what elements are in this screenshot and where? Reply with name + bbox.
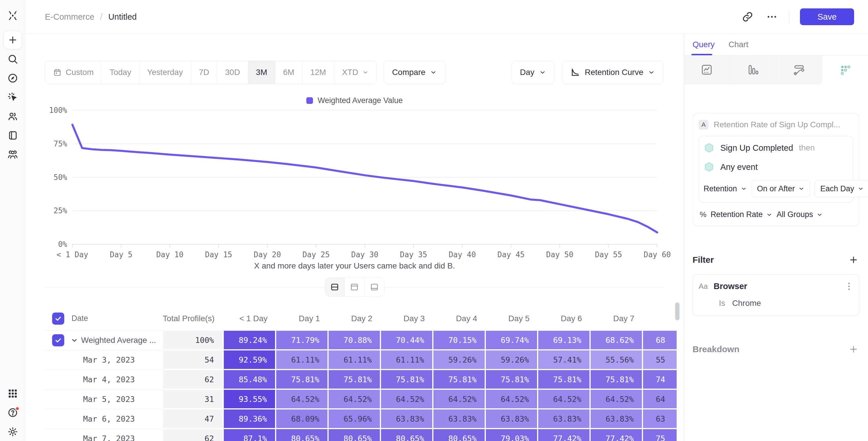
retention-cell[interactable]: 89.36% xyxy=(223,409,276,429)
retention-cell[interactable]: 69.74% xyxy=(485,330,538,350)
retention-bucket-dropdown[interactable]: Each Day xyxy=(815,180,868,197)
sidebar-item-settings[interactable] xyxy=(3,422,22,441)
retention-cell-clipped[interactable]: 55 xyxy=(643,350,677,370)
range-12m[interactable]: 12M xyxy=(303,61,334,84)
expand-row-button[interactable] xyxy=(71,337,78,344)
filter-value[interactable]: Chrome xyxy=(732,298,761,308)
filter-menu-button[interactable] xyxy=(844,283,853,290)
retention-cell[interactable]: 80.65% xyxy=(433,429,485,441)
report-type-flows[interactable] xyxy=(776,56,822,84)
save-button[interactable]: Save xyxy=(800,8,854,25)
tab-query[interactable]: Query xyxy=(692,34,715,55)
retention-cell-clipped[interactable]: 75 xyxy=(643,429,677,441)
tab-chart[interactable]: Chart xyxy=(728,34,748,55)
retention-cell[interactable]: 57.41% xyxy=(538,350,590,370)
retention-cell[interactable]: 75.81% xyxy=(380,370,433,389)
retention-cell[interactable]: 63.83% xyxy=(380,409,433,429)
retention-cell[interactable]: 64.52% xyxy=(276,389,328,409)
retention-cell[interactable]: 59.26% xyxy=(485,350,538,370)
groups-dropdown[interactable]: All Groups xyxy=(776,210,823,219)
range-3m[interactable]: 3M xyxy=(248,61,275,84)
retention-cell[interactable]: 89.24% xyxy=(223,330,276,350)
retention-cell[interactable]: 61.11% xyxy=(380,350,433,370)
compare-button[interactable]: Compare xyxy=(383,61,445,84)
retention-cell[interactable]: 80.65% xyxy=(380,429,433,441)
retention-cell[interactable]: 93.55% xyxy=(223,389,276,409)
retention-cell[interactable]: 63.83% xyxy=(538,409,590,429)
range-xtd[interactable]: XTD xyxy=(334,61,376,84)
retention-cell-clipped[interactable]: 74 xyxy=(643,370,677,389)
retention-cell[interactable]: 79.03% xyxy=(485,429,538,441)
breadcrumb-project[interactable]: E-Commerce xyxy=(45,12,94,22)
retention-cell-clipped[interactable]: 64 xyxy=(643,389,677,409)
retention-type-dropdown[interactable]: Retention xyxy=(704,184,747,193)
retention-cell[interactable]: 64.52% xyxy=(380,389,433,409)
retention-curve-plot[interactable]: 100%75%50%25%0%< 1 DayDay 5Day 10Day 15D… xyxy=(45,107,683,260)
layout-bottom-button[interactable] xyxy=(365,278,384,296)
table-scrollbar[interactable] xyxy=(675,303,680,320)
retention-cell[interactable]: 64.52% xyxy=(328,389,380,409)
retention-cell[interactable]: 64.52% xyxy=(485,389,538,409)
retention-cell[interactable]: 63.83% xyxy=(590,409,643,429)
range-today[interactable]: Today xyxy=(102,61,139,84)
retention-window-dropdown[interactable]: On or After xyxy=(752,180,810,197)
retention-cell[interactable]: 65.96% xyxy=(328,409,380,429)
new-report-button[interactable] xyxy=(3,31,22,49)
retention-cell[interactable]: 75.81% xyxy=(433,370,485,389)
chart-type-button[interactable]: Retention Curve xyxy=(562,61,663,84)
metric-dropdown[interactable]: Retention Rate xyxy=(711,210,772,219)
retention-cell[interactable]: 75.81% xyxy=(485,370,538,389)
event-step-2[interactable]: Any event xyxy=(704,161,848,173)
share-link-button[interactable] xyxy=(741,10,754,24)
retention-cell[interactable]: 77.42% xyxy=(590,429,643,441)
retention-cell-clipped[interactable]: 63 xyxy=(643,409,677,429)
range-7d[interactable]: 7D xyxy=(191,61,217,84)
retention-cell[interactable]: 70.15% xyxy=(433,330,485,350)
checkbox[interactable] xyxy=(52,334,64,346)
brand-logo[interactable] xyxy=(6,8,19,23)
retention-cell[interactable]: 75.81% xyxy=(590,370,643,389)
add-filter-button[interactable] xyxy=(848,254,859,265)
granularity-button[interactable]: Day xyxy=(512,61,554,84)
retention-cell[interactable]: 80.65% xyxy=(276,429,328,441)
retention-cell[interactable]: 68.09% xyxy=(276,409,328,429)
range-yesterday[interactable]: Yesterday xyxy=(139,61,191,84)
retention-cell[interactable]: 69.13% xyxy=(538,330,590,350)
layout-split-button[interactable] xyxy=(325,278,345,296)
retention-cell[interactable]: 77.42% xyxy=(538,429,590,441)
retention-cell[interactable]: 87.1% xyxy=(223,429,276,441)
retention-cell[interactable]: 75.81% xyxy=(538,370,590,389)
sidebar-item-explore[interactable] xyxy=(3,69,22,87)
retention-cell[interactable]: 61.11% xyxy=(328,350,380,370)
sidebar-item-apps[interactable] xyxy=(3,384,22,403)
sidebar-item-help[interactable] xyxy=(3,403,22,422)
report-type-insights[interactable] xyxy=(684,56,730,84)
retention-cell[interactable]: 71.79% xyxy=(276,330,328,350)
sidebar-item-search[interactable] xyxy=(3,50,22,68)
range-custom[interactable]: Custom xyxy=(45,61,102,84)
breadcrumb-page[interactable]: Untitled xyxy=(108,12,137,22)
filter-operator[interactable]: Is xyxy=(719,298,725,308)
event-step-1[interactable]: Sign Up Completed then xyxy=(704,142,848,154)
retention-cell[interactable]: 61.11% xyxy=(276,350,328,370)
checkbox[interactable] xyxy=(52,313,64,325)
retention-cell[interactable]: 85.48% xyxy=(223,370,276,389)
retention-cell[interactable]: 70.44% xyxy=(380,330,433,350)
sidebar-item-users[interactable] xyxy=(3,107,22,126)
more-options-button[interactable] xyxy=(765,10,779,24)
retention-cell[interactable]: 92.59% xyxy=(223,350,276,370)
report-type-retention[interactable] xyxy=(822,56,868,84)
retention-cell[interactable]: 63.83% xyxy=(485,409,538,429)
sidebar-item-reports[interactable] xyxy=(3,126,22,145)
report-type-funnels[interactable] xyxy=(730,56,776,84)
retention-cell[interactable]: 70.88% xyxy=(328,330,380,350)
range-6m[interactable]: 6M xyxy=(275,61,303,84)
retention-cell[interactable]: 75.81% xyxy=(328,370,380,389)
sidebar-item-cohorts[interactable] xyxy=(3,145,22,164)
filter-field[interactable]: Browser xyxy=(714,282,839,291)
add-breakdown-button[interactable] xyxy=(848,344,859,355)
retention-cell[interactable]: 68.62% xyxy=(590,330,643,350)
layout-top-button[interactable] xyxy=(345,278,365,296)
retention-cell[interactable]: 80.65% xyxy=(328,429,380,441)
retention-cell-clipped[interactable]: 68 xyxy=(643,330,677,350)
